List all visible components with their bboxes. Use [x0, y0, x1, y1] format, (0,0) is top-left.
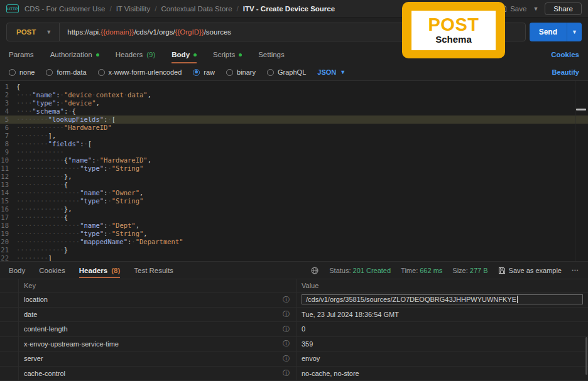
- table-header-row: KeyValue: [0, 279, 588, 292]
- response-tab-body[interactable]: Body: [9, 262, 25, 279]
- post-schema-callout: POST Schema: [402, 2, 505, 58]
- code-line[interactable]: 5········"lookupFields":·[: [0, 115, 588, 124]
- header-key-cell[interactable]: x-envoy-upstream-service-timeⓘ: [19, 337, 297, 351]
- tab-headers[interactable]: Headers(9): [116, 45, 156, 64]
- body-mode-graphql[interactable]: GraphQL: [267, 68, 306, 76]
- code-line[interactable]: 18················"name":·"Dept",: [0, 222, 588, 230]
- info-icon[interactable]: ⓘ: [283, 339, 290, 348]
- info-icon[interactable]: ⓘ: [283, 309, 290, 319]
- header-key-cell[interactable]: content-lengthⓘ: [19, 322, 297, 336]
- header-value-text: 0: [302, 325, 305, 333]
- code-line[interactable]: 4····"schema":·{: [0, 107, 588, 115]
- response-tab-test-results[interactable]: Test Results: [134, 262, 173, 279]
- tab-authorization[interactable]: Authorization: [50, 45, 99, 64]
- code-line[interactable]: 10············{"name":·"HardwareID",: [0, 156, 588, 164]
- header-key-cell[interactable]: cache-controlⓘ: [19, 367, 297, 381]
- body-mode-form-data[interactable]: form-data: [46, 68, 86, 76]
- share-button[interactable]: Share: [545, 3, 582, 15]
- tab-label: Authorization: [50, 51, 92, 58]
- cookies-link[interactable]: Cookies: [551, 51, 579, 58]
- breadcrumb-item-itv-create-device-source[interactable]: ITV - Create Device Source: [243, 5, 335, 13]
- header-value-cell[interactable]: /cds/v1/orgs/35815/sources/ZLO7DEOQBRG43…: [297, 292, 588, 307]
- response-tab-headers[interactable]: Headers(8): [79, 262, 120, 279]
- header-value-editbox[interactable]: /cds/v1/orgs/35815/sources/ZLO7DEOQBRG43…: [302, 294, 583, 304]
- header-value-cell[interactable]: Tue, 23 Jul 2024 18:36:54 GMT: [297, 308, 588, 322]
- code-line[interactable]: 22········]: [0, 254, 588, 262]
- tab-settings[interactable]: Settings: [258, 45, 285, 64]
- url-variable: {{domain}}: [101, 28, 134, 36]
- breadcrumb-item-contextual-data-store[interactable]: Contextual Data Store: [161, 5, 232, 13]
- tab-scripts[interactable]: Scripts: [213, 45, 242, 64]
- info-icon[interactable]: ⓘ: [283, 295, 290, 304]
- response-bar: BodyCookiesHeaders(8)Test Results Status…: [0, 262, 588, 279]
- info-icon[interactable]: ⓘ: [283, 368, 290, 378]
- beautify-link[interactable]: Beautify: [552, 68, 579, 76]
- breadcrumb-item-cds-for-customer-use[interactable]: CDS - For Customer Use: [24, 5, 105, 13]
- body-mode-x-www-form-urlencoded[interactable]: x-www-form-urlencoded: [98, 68, 182, 76]
- tab-label: Settings: [258, 51, 285, 58]
- send-split-button: Send ▼: [530, 23, 582, 41]
- callout-subtitle: Schema: [435, 34, 472, 45]
- code-line[interactable]: 13············{: [0, 181, 588, 189]
- method-dropdown[interactable]: POST ▼: [7, 23, 59, 41]
- code-line[interactable]: 16············},: [0, 205, 588, 213]
- breadcrumb-item-it-visibility[interactable]: IT Visibility: [116, 5, 151, 13]
- code-line[interactable]: 9············: [0, 148, 588, 156]
- line-number: 18: [0, 222, 16, 230]
- code-line[interactable]: 7········],: [0, 132, 588, 140]
- network-icon[interactable]: [310, 266, 319, 275]
- tab-params[interactable]: Params: [9, 45, 34, 64]
- radio-icon: [98, 69, 105, 76]
- request-body-editor[interactable]: 1{2····"name":·"device·context·data",3··…: [0, 80, 588, 262]
- code-line[interactable]: 2····"name":·"device·context·data",: [0, 91, 588, 99]
- code-line[interactable]: 3····"type":·"device",: [0, 99, 588, 107]
- table-gutter: [0, 367, 19, 381]
- code-line[interactable]: 17············{: [0, 213, 588, 222]
- url-input[interactable]: https://api.{{domain}}/cds/v1/orgs/{{Org…: [60, 28, 239, 36]
- code-line[interactable]: 8········"fields":·[: [0, 140, 588, 148]
- header-value-cell[interactable]: envoy: [297, 351, 588, 366]
- line-number: 22: [0, 254, 16, 262]
- time-value: 662 ms: [420, 267, 442, 274]
- save-dropdown-chevron-icon[interactable]: ▼: [533, 6, 538, 12]
- header-value-cell[interactable]: 0: [297, 322, 588, 336]
- header-value-cell[interactable]: no-cache, no-store: [297, 367, 588, 381]
- response-tab-cookies[interactable]: Cookies: [39, 262, 65, 279]
- send-options-chevron-icon[interactable]: ▼: [567, 23, 582, 41]
- code-line[interactable]: 19················"type":·"String",: [0, 230, 588, 238]
- info-icon[interactable]: ⓘ: [283, 354, 290, 363]
- language-selector[interactable]: JSON▼: [317, 68, 346, 76]
- body-mode-raw[interactable]: raw: [193, 68, 215, 76]
- table-gutter: [0, 279, 19, 292]
- info-icon[interactable]: ⓘ: [283, 325, 290, 334]
- more-options-icon[interactable]: ⋯: [572, 266, 579, 274]
- green-dot-icon: [193, 53, 197, 56]
- tab-label: Headers: [116, 51, 143, 58]
- code-line[interactable]: 6············"HardwareID": [0, 124, 588, 132]
- body-mode-binary[interactable]: binary: [226, 68, 256, 76]
- send-button[interactable]: Send: [530, 23, 567, 41]
- code-line[interactable]: 21············}: [0, 246, 588, 254]
- save-as-example-button[interactable]: Save as example: [498, 267, 562, 274]
- header-key-cell[interactable]: serverⓘ: [19, 351, 297, 366]
- tab-body[interactable]: Body: [172, 45, 197, 64]
- line-number: 16: [0, 205, 16, 213]
- header-key-cell[interactable]: dateⓘ: [19, 308, 297, 322]
- code-line[interactable]: 12············},: [0, 173, 588, 181]
- header-value-cell[interactable]: 359: [297, 337, 588, 351]
- body-mode-none[interactable]: none: [9, 68, 35, 76]
- column-header-value: Value: [297, 279, 588, 292]
- code-line[interactable]: 20················"mappedName":·"Departm…: [0, 238, 588, 246]
- code-line[interactable]: 1{: [0, 83, 588, 91]
- status-value: 201 Created: [353, 267, 391, 274]
- line-number: 1: [0, 83, 16, 91]
- line-number: 9: [0, 148, 16, 156]
- code-line[interactable]: 15················"type":·"String": [0, 197, 588, 205]
- line-number: 17: [0, 213, 16, 222]
- api-client-window: HTTP CDS - For Customer Use/IT Visibilit…: [0, 0, 588, 381]
- code-line[interactable]: 11················"type":·"String": [0, 164, 588, 173]
- editor-scrollbar-marker[interactable]: [576, 109, 586, 110]
- mode-label: none: [19, 68, 35, 76]
- code-line[interactable]: 14················"name":·"Owner",: [0, 189, 588, 197]
- header-key-cell[interactable]: locationⓘ: [19, 292, 297, 307]
